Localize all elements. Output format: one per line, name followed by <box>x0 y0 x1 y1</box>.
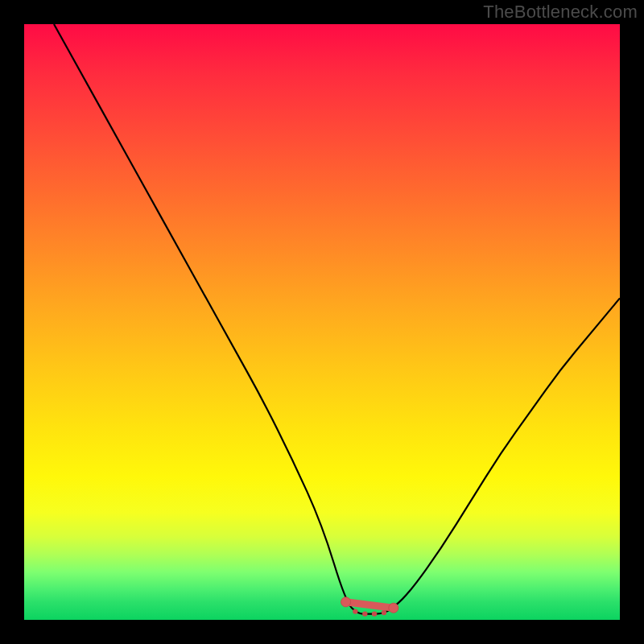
marker-connector <box>346 602 394 608</box>
marker-endpoint <box>389 603 398 613</box>
marker-dot <box>372 611 377 616</box>
marker-dot <box>382 610 386 615</box>
marker-dot <box>353 609 357 613</box>
bottleneck-curve-path <box>54 24 620 614</box>
marker-dot <box>362 611 367 616</box>
watermark-text: TheBottleneck.com <box>483 2 638 23</box>
plot-area <box>24 24 620 620</box>
bottleneck-curve-svg <box>24 24 620 620</box>
chart-container: TheBottleneck.com <box>0 0 644 644</box>
marker-endpoint <box>341 597 351 607</box>
